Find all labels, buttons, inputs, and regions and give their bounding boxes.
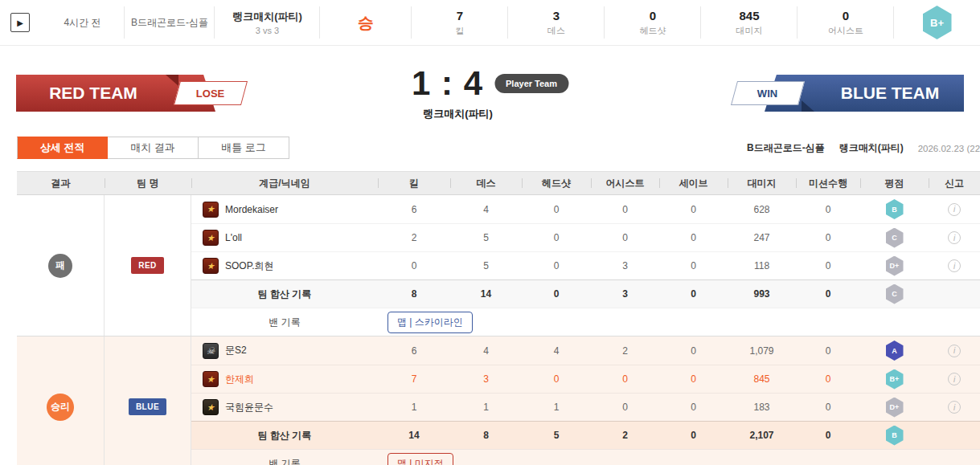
kills-cell: 7 (378, 373, 450, 385)
kills-label: 킬 (456, 25, 465, 37)
ban-map-pill[interactable]: 맵 | 스카이라인 (387, 312, 473, 333)
match-mode: 랭크매치(파티) 3 vs 3 (215, 0, 320, 45)
assists-cell: 3 (591, 260, 659, 271)
saves-cell: 0 (659, 345, 728, 357)
rank-icon: ★ (203, 258, 219, 274)
saves-cell: 0 (659, 373, 728, 385)
rank-icon: ☠ (203, 343, 219, 359)
damage-cell: 993 (728, 288, 796, 300)
grade-badge: A (886, 341, 904, 361)
table-row: ☠ 문S2 6 4 4 2 0 1,079 0 A i (191, 337, 980, 365)
saves-cell: 0 (659, 204, 728, 215)
col-damage: 대미지 (728, 177, 796, 190)
damage-cell: 247 (728, 232, 796, 243)
missions-cell: 0 (796, 402, 860, 413)
player-name[interactable]: 한제희 (225, 373, 254, 386)
blue-team-cell: BLUE (105, 337, 191, 465)
rank-icon: ★ (203, 202, 219, 218)
missions-cell: 0 (796, 204, 860, 215)
missions-cell: 0 (796, 288, 860, 300)
scoreboard: RED TEAM LOSE 1 : 4 Player Team 랭크매치(파티)… (0, 46, 980, 137)
player-name[interactable]: 국힘윤문수 (225, 401, 273, 414)
kills-value: 7 (457, 9, 463, 22)
damage-cell: 845 (728, 373, 796, 385)
assists-cell: 0 (591, 373, 659, 385)
play-icon: ▶ (17, 18, 23, 27)
col-grade: 평점 (860, 177, 929, 190)
lose-label: LOSE (196, 88, 224, 100)
player-team-badge: Player Team (494, 74, 568, 93)
tab-detail-record[interactable]: 상세 전적 (17, 137, 108, 159)
blue-banner-fold (802, 100, 814, 112)
table-row: ★ SOOP.희현 0 5 0 3 0 118 0 D+ i (191, 251, 980, 279)
assists-cell: 0 (591, 204, 659, 215)
stat-assists: 0 어시스트 (798, 0, 894, 45)
tab-match-result[interactable]: 매치 결과 (108, 137, 199, 159)
grade-badge: C (886, 284, 904, 304)
col-missions: 미션수행 (796, 177, 860, 190)
saves-cell: 0 (659, 232, 728, 243)
report-info-icon[interactable]: i (948, 259, 961, 272)
missions-cell: 0 (796, 232, 860, 243)
col-headshots: 헤드샷 (522, 177, 591, 190)
report-info-icon[interactable]: i (948, 203, 961, 216)
blue-team-section: 승리 BLUE ☠ 문S2 6 4 4 2 0 1,079 0 A i (17, 337, 980, 465)
player-name[interactable]: Mordekaiser (225, 204, 278, 215)
col-report: 신고 (929, 177, 980, 190)
summary-label: 팀 합산 기록 (191, 288, 378, 301)
red-ban-row: 밴 기록 맵 | 스카이라인 (191, 308, 980, 336)
detail-record-table: 결과 팀 명 계급/닉네임 킬 데스 헤드샷 어시스트 세이브 대미지 미션수행… (17, 171, 980, 465)
score-center: 1 : 4 Player Team 랭크매치(파티) (412, 67, 568, 121)
damage-label: 대미지 (736, 25, 763, 37)
damage-cell: 183 (728, 402, 796, 413)
saves-cell: 0 (659, 402, 728, 413)
kills-cell: 1 (378, 402, 450, 413)
match-result-label: 승 (358, 12, 374, 34)
stat-damage: 845 대미지 (701, 0, 798, 45)
player-name[interactable]: L'oll (225, 232, 242, 243)
blue-team-badge: BLUE (129, 398, 166, 415)
col-name: 계급/닉네임 (191, 177, 378, 190)
lose-circle: 패 (48, 254, 72, 278)
stat-kills: 7 킬 (412, 0, 508, 45)
assists-value: 0 (843, 9, 849, 22)
report-info-icon[interactable]: i (948, 401, 961, 414)
player-name[interactable]: SOOP.희현 (225, 259, 273, 273)
grade-badge: B+ (886, 369, 904, 390)
grade-badge: B (886, 199, 904, 219)
assists-cell: 0 (591, 402, 659, 413)
summary-label: 팀 합산 기록 (191, 429, 378, 443)
match-info: B드래곤로드-심플 랭크매치(파티) 2026.02.23 (22:5 (747, 141, 980, 155)
report-info-icon[interactable]: i (948, 231, 961, 244)
red-team-summary-row: 팀 합산 기록 8 14 0 3 0 993 0 C (191, 279, 980, 308)
report-info-icon[interactable]: i (948, 345, 961, 357)
red-team-name: RED TEAM (49, 84, 182, 103)
ban-label: 밴 기록 (191, 316, 378, 329)
blue-ban-row: 밴 기록 맵 | 미지정 (191, 449, 980, 465)
deaths-cell: 4 (450, 204, 522, 215)
grade-badge: C (886, 228, 904, 248)
damage-cell: 1,079 (728, 345, 796, 357)
play-button[interactable]: ▶ (10, 13, 30, 32)
headshots-cell: 1 (522, 402, 591, 413)
report-info-icon[interactable]: i (948, 373, 961, 385)
kills-cell: 14 (378, 430, 450, 441)
col-team: 팀 명 (105, 177, 191, 190)
damage-value: 845 (739, 9, 759, 22)
assists-cell: 2 (591, 345, 659, 357)
ban-map-pill[interactable]: 맵 | 미지정 (387, 453, 453, 465)
grade-badge: D+ (886, 398, 904, 418)
stat-headshots: 0 헤드샷 (605, 0, 701, 45)
headshots-cell: 0 (522, 260, 591, 271)
blue-result-tag: WIN (731, 81, 805, 105)
stat-deaths: 3 데스 (508, 0, 605, 45)
missions-cell: 0 (796, 373, 860, 385)
headshots-cell: 5 (522, 430, 591, 441)
player-name[interactable]: 문S2 (225, 344, 247, 357)
tab-battle-log[interactable]: 배틀 로그 (199, 137, 289, 159)
saves-cell: 0 (659, 430, 728, 441)
deaths-cell: 4 (450, 345, 522, 357)
map-name-label: B드래곤로드-심플 (131, 16, 208, 30)
col-kills: 킬 (378, 177, 450, 190)
deaths-cell: 5 (450, 232, 522, 243)
